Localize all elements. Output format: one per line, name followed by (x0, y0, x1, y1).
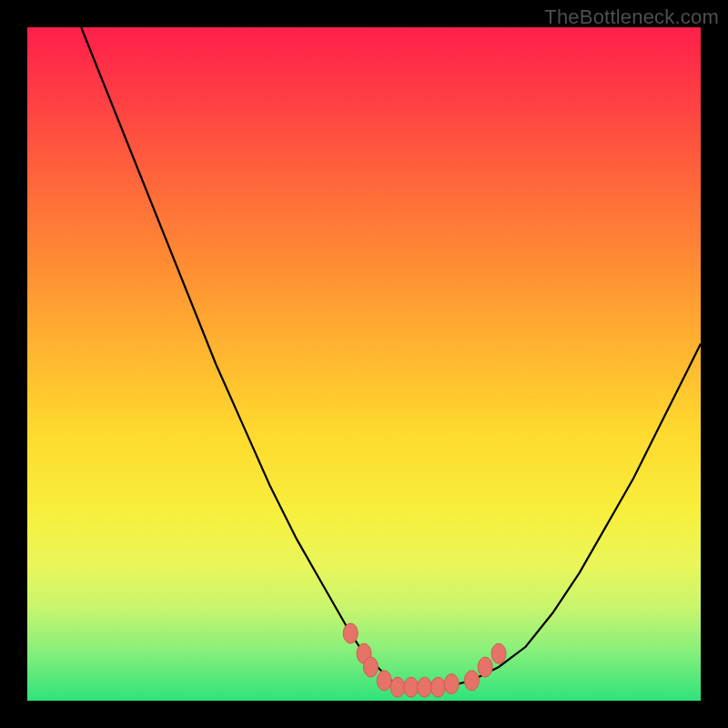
curve-marker (404, 677, 419, 697)
curve-marker (377, 671, 391, 691)
curve-marker (390, 677, 405, 697)
bottleneck-curve-svg (27, 27, 701, 701)
chart-frame: TheBottleneck.com (0, 0, 728, 728)
curve-marker (430, 677, 445, 697)
curve-marker (464, 671, 479, 691)
watermark-text: TheBottleneck.com (544, 5, 719, 29)
plot-area (27, 27, 701, 701)
bottleneck-markers (343, 623, 506, 697)
curve-marker (418, 677, 432, 697)
curve-marker (491, 643, 506, 663)
curve-marker (343, 623, 358, 643)
curve-marker (444, 674, 459, 694)
curve-marker (478, 657, 492, 677)
bottleneck-curve-path (81, 27, 701, 687)
curve-marker (363, 657, 378, 677)
